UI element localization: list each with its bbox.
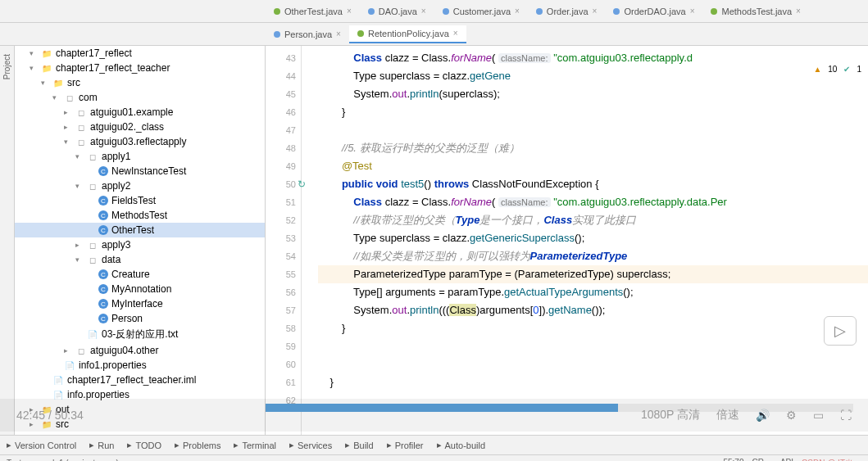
editor-tab[interactable]: OrderDAO.java× <box>605 3 702 20</box>
settings-icon[interactable]: ⚙ <box>786 409 797 422</box>
close-icon[interactable]: × <box>336 29 341 38</box>
video-player-controls[interactable]: 42:45 / 50:34 1080P 高清 倍速 🔊 ⚙ ▭ ⛶ <box>0 399 868 432</box>
tree-label: apply2 <box>102 180 130 192</box>
code-line[interactable]: } <box>318 373 868 391</box>
code-line[interactable]: } <box>318 103 868 121</box>
editor-tab[interactable]: RetentionPolicy.java× <box>349 25 466 43</box>
close-icon[interactable]: × <box>690 7 695 16</box>
expand-arrow-icon[interactable]: ▸ <box>64 108 72 116</box>
editor-tab[interactable]: Order.java× <box>528 3 606 20</box>
tree-node[interactable]: CNewInstanceTest <box>15 164 265 179</box>
tree-node[interactable]: 📄chapter17_reflect_teacher.iml <box>15 373 265 387</box>
expand-arrow-icon[interactable]: ▸ <box>64 346 72 355</box>
video-quality[interactable]: 1080P 高清 <box>641 408 700 423</box>
close-icon[interactable]: × <box>515 7 520 16</box>
tree-node[interactable]: 📄JavaSECode.iml <box>15 432 265 435</box>
fullscreen-icon[interactable]: ⛶ <box>840 409 852 422</box>
code-line[interactable]: System.out.println(((Class)arguments[0])… <box>318 301 868 319</box>
tool-window-button[interactable]: ▸TODO <box>127 440 161 450</box>
tree-node[interactable]: ▾◻data <box>15 252 265 267</box>
tree-node[interactable]: ▾📁chapter17_reflect_teacher <box>15 61 265 75</box>
file-type-icon <box>368 8 375 15</box>
code-line[interactable]: public void test5() throws ClassNotFound… <box>318 175 868 193</box>
tree-node[interactable]: ▸◻atguigu01.example <box>15 105 265 120</box>
code-line[interactable]: ParameterizedType paramType = (Parameter… <box>318 265 868 283</box>
expand-arrow-icon[interactable]: ▾ <box>75 182 84 190</box>
tree-node[interactable]: ▾◻apply1 <box>15 149 265 164</box>
tree-node[interactable]: ▸◻atguigu02._class <box>15 120 265 134</box>
widescreen-icon[interactable]: ▭ <box>813 409 824 422</box>
tree-node[interactable]: ▾◻apply2 <box>15 179 265 193</box>
tree-node[interactable]: CMyAnnotation <box>15 282 265 296</box>
code-line[interactable]: //获取带泛型的父类（Type是一个接口，Class实现了此接口 <box>318 211 868 229</box>
tree-node[interactable]: ▾📁src <box>15 75 265 90</box>
close-icon[interactable]: × <box>796 7 801 16</box>
expand-arrow-icon[interactable]: ▾ <box>75 152 84 160</box>
video-time: 42:45 / 50:34 <box>16 409 84 422</box>
expand-arrow-icon[interactable]: ▾ <box>41 79 49 87</box>
expand-arrow-icon[interactable]: ▾ <box>64 138 72 146</box>
tool-window-button[interactable]: ▸Version Control <box>7 440 76 450</box>
tool-window-button[interactable]: ▸Problems <box>175 440 220 450</box>
editor-tab[interactable]: MethodsTest.java× <box>702 3 808 20</box>
code-line[interactable]: //如果父类是带泛型的，则可以强转为ParameterizedType <box>318 247 868 265</box>
tree-node[interactable]: ▸◻apply3 <box>15 237 265 252</box>
tool-window-button[interactable]: ▸Terminal <box>234 440 276 450</box>
tree-node[interactable]: ▸◻atguigu04.other <box>15 343 265 358</box>
tree-node[interactable]: 📄03-反射的应用.txt <box>15 326 265 343</box>
tool-window-button[interactable]: ▸Run <box>89 440 114 450</box>
line-separator[interactable]: CR… <box>752 458 771 462</box>
picture-in-picture-button[interactable]: ▷ <box>824 316 857 346</box>
code-line[interactable]: //5. 获取运行时类的父类的泛型（难） <box>318 139 868 157</box>
project-tool-label[interactable]: Project <box>2 54 11 79</box>
video-speed[interactable]: 倍速 <box>716 408 739 423</box>
tool-window-button[interactable]: ▸Profiler <box>387 440 424 450</box>
code-line[interactable] <box>318 355 868 373</box>
code-line[interactable]: @Test <box>318 157 868 175</box>
code-line[interactable]: } <box>318 319 868 337</box>
expand-arrow-icon[interactable]: ▸ <box>75 241 84 249</box>
code-line[interactable] <box>318 121 868 139</box>
tree-node[interactable]: CMethodsTest <box>15 208 265 223</box>
tool-window-button[interactable]: ▸Services <box>289 440 332 450</box>
code-area[interactable]: …Creature<java.lang.String> ▲10 ✔1 Class… <box>302 46 868 435</box>
volume-icon[interactable]: 🔊 <box>756 409 770 422</box>
tree-node[interactable]: ▾◻atguigu03.reflectapply <box>15 134 265 149</box>
api-indicator[interactable]: API <box>780 458 793 462</box>
tree-node[interactable]: CMyInterface <box>15 296 265 311</box>
expand-arrow-icon[interactable]: ▸ <box>64 123 72 131</box>
expand-arrow-icon[interactable]: ▾ <box>30 49 38 57</box>
tree-node[interactable]: 📄info1.properties <box>15 358 265 373</box>
tool-window-button[interactable]: ▸Auto-build <box>437 440 486 450</box>
tool-icon: ▸ <box>127 440 132 450</box>
expand-arrow-icon[interactable]: ▾ <box>52 93 61 102</box>
code-line[interactable]: Type superclass = clazz.getGenericSuperc… <box>318 229 868 247</box>
close-icon[interactable]: × <box>421 7 426 16</box>
editor-tab[interactable]: OtherTest.java× <box>266 3 360 20</box>
tree-node[interactable]: CPerson <box>15 311 265 326</box>
close-icon[interactable]: × <box>453 29 458 38</box>
code-line[interactable]: Type[] arguments = paramType.getActualTy… <box>318 283 868 301</box>
code-line[interactable]: Class clazz = Class.forName( className: … <box>318 193 868 211</box>
expand-arrow-icon[interactable]: ▾ <box>75 255 84 264</box>
cursor-position[interactable]: 55:70 <box>723 458 743 462</box>
close-icon[interactable]: × <box>593 7 598 16</box>
tree-node[interactable]: CFieldsTest <box>15 193 265 208</box>
code-line[interactable] <box>318 337 868 355</box>
code-line[interactable]: System.out.println(superclass); <box>318 85 868 103</box>
tree-node[interactable]: ▾📁chapter17_reflect <box>15 46 265 61</box>
close-icon[interactable]: × <box>347 7 352 16</box>
tree-node[interactable]: COtherTest <box>15 223 265 237</box>
tool-window-button[interactable]: ▸Build <box>345 440 373 450</box>
code-line[interactable]: Type superclass = clazz.getGene <box>318 67 868 85</box>
tree-node[interactable]: CCreature <box>15 267 265 282</box>
editor-tab[interactable]: Person.java× <box>266 25 349 43</box>
project-tree[interactable]: ▾📁chapter17_reflect▾📁chapter17_reflect_t… <box>15 46 266 435</box>
code-editor[interactable]: 4344454647484950↻51525354555657585960616… <box>266 46 868 435</box>
inspection-badges[interactable]: ▲10 ✔1 <box>813 61 861 79</box>
expand-arrow-icon[interactable]: ▾ <box>30 64 38 72</box>
tree-node[interactable]: ▾◻com <box>15 90 265 105</box>
editor-tab[interactable]: DAO.java× <box>360 3 434 20</box>
code-line[interactable]: Class clazz = Class.forName( className: … <box>318 49 868 67</box>
editor-tab[interactable]: Customer.java× <box>434 3 528 20</box>
